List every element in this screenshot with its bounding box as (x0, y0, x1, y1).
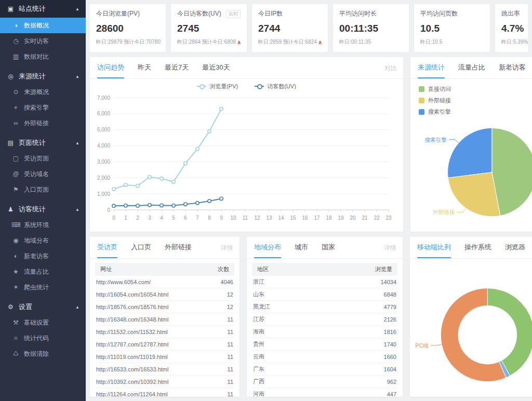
trend-tab[interactable]: 访问趋势 (97, 57, 124, 78)
row-count: 1660 (384, 354, 396, 360)
sidebar-item[interactable]: ♺ 数据清除 (0, 346, 86, 362)
sidebar-item[interactable]: ▢ 受访页面 (0, 151, 86, 166)
sidebar-item-label: 受访域名 (24, 170, 79, 179)
trend-tab[interactable]: 最近30天 (202, 57, 230, 78)
legend-item[interactable]: 直接访问 (419, 85, 532, 93)
row-url: http://16054.com/16054.html (96, 291, 168, 298)
svg-text:2: 2 (136, 215, 139, 221)
table-row[interactable]: 黑龙江 4779 (252, 301, 397, 313)
trend-legend: 浏览量(PV) 访客数(UV) (90, 79, 403, 93)
legend-item[interactable]: 搜索引擎 (419, 108, 532, 116)
sidebar-item-label: 爬虫统计 (24, 283, 79, 292)
middle-row: 访问趋势 昨天 最近7天 最近30天 对比 浏览量(PV) (90, 57, 528, 232)
svg-text:3,000: 3,000 (97, 159, 110, 165)
sidebar-item[interactable]: @ 受访域名 (0, 166, 86, 182)
legend-item[interactable]: 访客数(UV) (255, 83, 296, 90)
sidebar-item-icon: ♺ (11, 350, 20, 357)
details-link[interactable]: 详情 (221, 237, 233, 259)
trend-tab[interactable]: 最近7天 (165, 57, 189, 78)
sidebar-item[interactable]: ♟ 访客统计 ▲ (0, 202, 86, 217)
stat-card-value: 4.7% (501, 23, 528, 34)
sidebar-item-label: 实时访客 (24, 37, 79, 46)
table-row[interactable]: http://www.6054.com/ 4046 (95, 276, 234, 288)
trend-tab[interactable]: 昨天 (138, 57, 151, 78)
row-region: 河南 (253, 390, 264, 397)
source-tab[interactable]: 新老访客 (499, 57, 526, 78)
sidebar-item[interactable]: ◑ 数据概况 (0, 18, 86, 33)
region-tab[interactable]: 国家 (322, 237, 335, 258)
sidebar-item-icon: ◉ (11, 237, 20, 244)
sidebar-item-icon: ◐ (11, 252, 20, 260)
legend-item[interactable]: 外部链接 (419, 97, 532, 104)
table-row[interactable]: 贵州 1740 (252, 338, 397, 351)
sidebar-item[interactable]: ▥ 数据对比 (0, 49, 86, 64)
svg-text:11: 11 (243, 215, 248, 221)
visited-tab[interactable]: 入口页 (131, 237, 151, 258)
legend-item[interactable]: 浏览量(PV) (197, 83, 238, 90)
sidebar-item[interactable]: ⚑ 入口页面 (0, 182, 86, 197)
region-tab[interactable]: 城市 (295, 237, 308, 258)
sidebar-item[interactable]: ⌖ 搜索引擎 (0, 100, 86, 115)
sidebar-item-icon: @ (11, 170, 20, 178)
trend-up-icon: ∧ (237, 39, 242, 46)
table-row[interactable]: http://16054.com/16054.html 12 (95, 288, 234, 301)
sidebar-item[interactable]: ⚙ 设置 ▲ (0, 299, 86, 315)
sidebar-item[interactable]: ◉ 地域分布 (0, 233, 86, 248)
table-row[interactable]: 江苏 2126 (252, 313, 397, 326)
device-tab[interactable]: 浏览器 (505, 237, 525, 258)
legend-label: 搜索引擎 (428, 108, 451, 116)
source-tab[interactable]: 来源统计 (418, 57, 445, 78)
sidebar-item[interactable]: ▤ 页面统计 ▲ (0, 135, 86, 151)
svg-text:20: 20 (350, 215, 356, 221)
visited-tab[interactable]: 外部链接 (165, 237, 192, 258)
table-row[interactable]: 海南 1816 (252, 326, 397, 338)
table-row[interactable]: 广东 1604 (252, 363, 397, 376)
svg-text:1,000: 1,000 (97, 191, 110, 197)
table-row[interactable]: http://16348.com/16348.html 11 (95, 313, 234, 326)
table-row[interactable]: 浙江 14034 (252, 276, 397, 288)
table-row[interactable]: 广西 962 (252, 376, 397, 388)
sidebar-item-label: 来源概况 (24, 88, 79, 97)
sidebar-item-icon: ⚙ (6, 303, 15, 311)
sidebar-item[interactable]: ⚒ 基础设置 (0, 315, 86, 330)
sidebar-item[interactable]: ⌨ 系统环境 (0, 217, 86, 233)
table-row[interactable]: http://12787.com/12787.html 11 (95, 338, 234, 351)
color-swatch-icon (419, 86, 424, 92)
row-count: 11 (228, 341, 233, 347)
sidebar-item[interactable]: ◷ 实时访客 (0, 33, 86, 49)
source-tab[interactable]: 流量占比 (458, 57, 485, 78)
sidebar-item-label: 来源统计 (19, 72, 73, 81)
sidebar-item[interactable]: ◐ 新老访客 (0, 248, 86, 264)
table-row[interactable]: http://18576.com/18576.html 12 (95, 301, 234, 313)
svg-text:外部链接: 外部链接 (433, 209, 455, 215)
sidebar-item[interactable]: ★ 流量占比 (0, 264, 86, 279)
device-tab[interactable]: 移动端比列 (417, 237, 451, 258)
device-donut-chart: PC端 (410, 259, 532, 397)
sidebar-item[interactable]: ∞ 外部链接 (0, 115, 86, 131)
legend-label: 外部链接 (428, 97, 451, 104)
sidebar: ▣ 站点统计 ▲ ◑ 数据概况 ◷ 实时访客 ▥ 数据对比 (0, 0, 86, 401)
table-row[interactable]: 河南 447 (252, 388, 397, 397)
sidebar-item[interactable]: ◎ 来源统计 ▲ (0, 69, 86, 84)
table-row[interactable]: http://16533.com/16533.html 11 (95, 363, 234, 376)
table-row[interactable]: http://11019.com/11019.html 11 (95, 351, 234, 363)
sidebar-item[interactable]: ✶ 爬虫统计 (0, 279, 86, 295)
device-tab[interactable]: 操作系统 (464, 237, 491, 258)
sidebar-item-icon: ◷ (11, 37, 20, 45)
details-link[interactable]: 详情 (384, 237, 396, 259)
row-region: 广东 (253, 365, 264, 373)
visited-tab[interactable]: 受访页 (97, 237, 117, 258)
region-tab[interactable]: 地域分布 (254, 237, 281, 258)
sidebar-item[interactable]: ⌗ 统计代码 (0, 330, 86, 346)
sidebar-item[interactable]: ⊙ 来源概况 (0, 84, 86, 100)
sidebar-item-icon: ▢ (11, 155, 20, 162)
table-row[interactable]: http://10392.com/10392.html 11 (95, 376, 234, 388)
table-row[interactable]: http://11264.com/11264.html 11 (95, 388, 234, 397)
table-row[interactable]: http://11532.com/11532.html 11 (95, 326, 234, 338)
sidebar-item[interactable]: ▣ 站点统计 ▲ (0, 0, 86, 18)
stat-card-subtext: 昨日:00:11:35 (339, 38, 371, 46)
table-row[interactable]: 云南 1660 (252, 351, 397, 363)
row-url: http://12787.com/12787.html (96, 341, 168, 347)
table-row[interactable]: 山东 6848 (252, 288, 397, 301)
compare-link[interactable]: 对比 (384, 57, 397, 79)
